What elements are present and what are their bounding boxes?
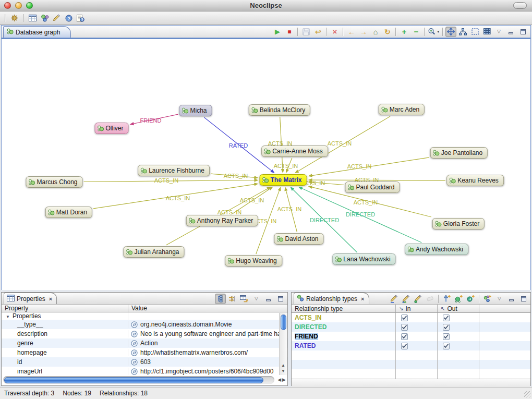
graph-node-lana[interactable]: Lana Wachowski — [332, 253, 395, 265]
out-checkbox[interactable] — [443, 315, 450, 321]
help-button[interactable]: ? — [63, 13, 74, 23]
relationship-row-ACTS_IN[interactable]: ACTS_IN — [292, 313, 530, 322]
tree-layout-button[interactable] — [457, 27, 468, 37]
graph-node-matt[interactable]: Matt Doran — [45, 207, 92, 218]
graph-node-marcus[interactable]: Marcus Chong — [26, 176, 82, 188]
out-checkbox[interactable] — [443, 324, 450, 331]
scrollbar-arrows[interactable]: ▲▼ — [280, 363, 287, 374]
properties-view-button[interactable] — [27, 13, 38, 23]
column-out[interactable]: ↖Out — [438, 305, 479, 312]
graph-node-marcaden[interactable]: Marc Aden — [379, 104, 425, 115]
graph-node-david[interactable]: David Aston — [274, 233, 323, 245]
column-property[interactable]: Property — [2, 305, 128, 312]
graph-node-anthony[interactable]: Anthony Ray Parker — [186, 215, 258, 226]
relationship-row-RATED[interactable]: RATED — [292, 341, 530, 350]
in-checkbox[interactable] — [401, 333, 408, 340]
graph-node-laurence[interactable]: Laurence Fishburne — [138, 165, 210, 176]
in-checkbox[interactable] — [401, 343, 408, 349]
zoom-button[interactable]: ▾ — [427, 27, 440, 37]
graph-canvas[interactable]: FRIENDRATEDACTS_INACTS_INACTS_INACTS_INA… — [2, 39, 530, 290]
increase-traversal-depth-button[interactable]: + — [398, 27, 409, 37]
horizontal-scrollbar[interactable]: ◀▶ — [3, 376, 287, 384]
toolbar-toggle-button[interactable] — [513, 2, 527, 9]
add-incoming-relationship-button[interactable] — [441, 294, 452, 304]
marquee-tool-button[interactable] — [469, 27, 480, 37]
close-icon[interactable]: × — [361, 296, 364, 302]
mark-end-node-button[interactable] — [413, 294, 424, 304]
in-checkbox[interactable] — [401, 324, 408, 331]
minimize-view-button[interactable] — [506, 294, 517, 304]
graph-node-gloria[interactable]: Gloria Foster — [432, 218, 485, 229]
start-database-button[interactable]: ▶ — [272, 27, 283, 37]
resize-grip[interactable] — [524, 391, 530, 397]
pan-tool-button[interactable] — [445, 27, 456, 37]
show-advanced-properties-button[interactable] — [227, 294, 238, 304]
view-menu-button[interactable]: ▽ — [251, 294, 262, 304]
maximize-view-button[interactable] — [518, 294, 529, 304]
save-button[interactable] — [300, 27, 311, 37]
refresh-button[interactable]: ↻ — [382, 27, 393, 37]
property-row-description[interactable]: descriptionNeo is a young software engin… — [2, 329, 287, 338]
tab-relationship-types[interactable]: Relationship types × — [294, 293, 369, 304]
tab-properties[interactable]: Properties × — [4, 293, 57, 304]
column-relationship-type[interactable]: Relationship type — [292, 305, 396, 312]
tab-database-graph[interactable]: Database graph — [3, 26, 71, 38]
out-checkbox[interactable] — [443, 343, 450, 349]
create-relationship-type-button[interactable] — [482, 294, 493, 304]
restore-default-value-button[interactable] — [239, 294, 250, 304]
column-in[interactable]: ↘In — [396, 305, 438, 312]
delete-button[interactable]: × — [329, 27, 340, 37]
add-bidirectional-relationship-button[interactable] — [465, 294, 476, 304]
view-menu-button[interactable]: ▽ — [493, 27, 504, 37]
maximize-view-button[interactable] — [517, 27, 528, 37]
graph-node-carrie[interactable]: Carrie-Anne Moss — [261, 146, 328, 157]
graph-node-keanu[interactable]: Keanu Reeves — [446, 175, 504, 186]
scrollbar-thumb[interactable] — [281, 315, 286, 330]
graph-node-andy[interactable]: Andy Wachowski — [405, 244, 468, 255]
categories-button[interactable] — [215, 294, 226, 304]
in-checkbox[interactable] — [401, 315, 408, 321]
grid-layout-button[interactable] — [481, 27, 492, 37]
graph-node-belinda[interactable]: Belinda McClory — [249, 104, 310, 116]
column-value[interactable]: Value — [128, 305, 287, 312]
relationship-row-DIRECTED[interactable]: DIRECTED — [292, 322, 530, 332]
mark-relationship-button[interactable] — [389, 294, 400, 304]
properties-group-row[interactable]: ▼Properties — [2, 312, 287, 320]
property-row-genre[interactable]: genreAction — [2, 338, 287, 348]
stop-database-button[interactable]: ■ — [284, 27, 295, 37]
close-icon[interactable]: × — [49, 296, 52, 302]
property-row-homepage[interactable]: homepagehttp://whatisthematrix.warnerbro… — [2, 348, 287, 357]
graph-view-button[interactable] — [39, 13, 50, 23]
minimize-view-button[interactable] — [263, 294, 274, 304]
scrollbar-track[interactable] — [3, 376, 274, 384]
cheat-sheets-button[interactable]: ? — [75, 13, 86, 23]
relationship-row-FRIEND[interactable]: FRIEND — [292, 332, 530, 341]
maximize-view-button[interactable] — [275, 294, 286, 304]
go-back-button[interactable]: ← — [346, 27, 357, 37]
scrollbar-thumb[interactable] — [4, 377, 263, 383]
graph-node-micha[interactable]: Micha — [179, 105, 212, 116]
minimize-view-button[interactable] — [505, 27, 516, 37]
vertical-scrollbar[interactable]: ▲▼ — [279, 313, 287, 375]
graph-node-paul[interactable]: Paul Goddard — [345, 182, 400, 193]
graph-node-matrix[interactable]: The Matrix — [259, 174, 307, 186]
collapse-triangle-icon[interactable]: ▼ — [6, 315, 10, 319]
decorate-button[interactable] — [51, 13, 62, 23]
property-row-id[interactable]: id603 — [2, 357, 287, 367]
clear-marked-button[interactable] — [425, 294, 436, 304]
add-outgoing-relationship-button[interactable] — [453, 294, 464, 304]
view-menu-button[interactable]: ▽ — [494, 294, 505, 304]
out-checkbox[interactable] — [443, 333, 450, 340]
preferences-button[interactable] — [9, 13, 20, 23]
graph-node-joe[interactable]: Joe Pantoliano — [430, 147, 488, 159]
mark-start-node-button[interactable] — [401, 294, 412, 304]
graph-node-hugo[interactable]: Hugo Weaving — [225, 255, 282, 267]
graph-node-olliver[interactable]: Olliver — [94, 123, 128, 134]
revert-button[interactable]: ↩ — [312, 27, 323, 37]
go-forward-button[interactable]: → — [358, 27, 369, 37]
property-row-imageUrl[interactable]: imageUrlhttp://cf1.imgobject.com/posters… — [2, 367, 287, 375]
property-row-__type__[interactable]: __type__org.neo4j.cineasts.domain.Movie — [2, 320, 287, 329]
scrollbar-arrows[interactable]: ◀▶ — [277, 377, 287, 382]
home-button[interactable]: ⌂ — [370, 27, 381, 37]
decrease-traversal-depth-button[interactable]: − — [410, 27, 421, 37]
